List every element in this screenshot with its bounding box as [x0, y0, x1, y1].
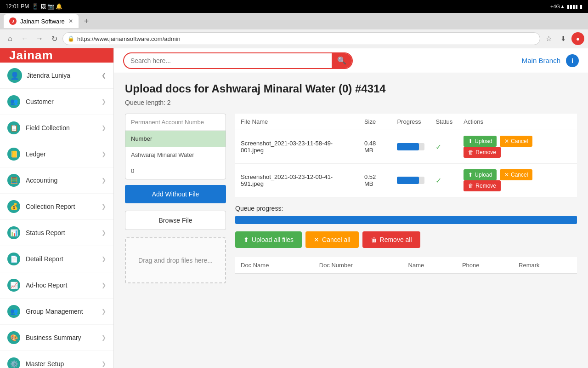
sidebar-item-field-collection[interactable]: 📋 Field Collection ❯	[0, 115, 113, 141]
time-display: 12:01 PM	[6, 3, 29, 10]
status-check-icon: ✓	[435, 143, 441, 151]
group-management-icon: 👥	[7, 305, 20, 318]
file-actions-cell: ⬆ Upload ✕ Cancel 🗑 Rem	[458, 130, 577, 164]
chevron-right-icon: ❯	[102, 334, 106, 341]
upload-all-button[interactable]: ⬆ Upload all files	[235, 231, 302, 248]
remove-button[interactable]: 🗑 Remove	[464, 147, 501, 158]
cancel-button[interactable]: ✕ Cancel	[500, 169, 532, 180]
page-title: Upload docs for Ashwaraj Minaral Water (…	[125, 82, 577, 95]
sidebar-item-master-setup[interactable]: ⚙️ Master Setup ❯	[0, 351, 113, 368]
file-size-cell: 0.48 MB	[359, 130, 392, 164]
docs-table: Doc Name Doc Number Name Phone Remark	[235, 257, 577, 274]
sidebar-item-business-summary[interactable]: 🎨 Business Summary ❯	[0, 325, 113, 351]
sidebar-item-adhoc-report[interactable]: 📈 Ad-hoc Report ❯	[0, 272, 113, 299]
user-name: Jitendra Luniya	[27, 72, 97, 79]
file-size-cell: 0.52 MB	[359, 164, 392, 197]
sidebar-item-label: Accounting	[26, 177, 96, 184]
sidebar-item-group-management[interactable]: 👥 Group Management ❯	[0, 299, 113, 325]
search-button[interactable]: 🔍	[332, 52, 352, 69]
col-size: Size	[359, 114, 392, 130]
chevron-right-icon: ❯	[102, 361, 106, 367]
sidebar-item-collection-report[interactable]: 💰 Collection Report ❯	[0, 194, 113, 220]
header-right: Main Branch i	[522, 54, 579, 67]
queue-length: Queue length: 2	[125, 99, 577, 106]
sidebar-item-accounting[interactable]: 🧮 Accounting ❯	[0, 167, 113, 194]
remove-all-button[interactable]: 🗑 Remove all	[362, 231, 420, 248]
dropdown-option-number[interactable]: Number	[125, 131, 226, 147]
new-tab-button[interactable]: +	[80, 14, 93, 28]
browser-nav: ⌂ ← → ↻ 🔒 https://www.jainamsoftware.com…	[0, 29, 588, 48]
sidebar-item-label: Business Summary	[26, 334, 96, 341]
files-table-body: Screenshot_2021-03-23-11-58-49-001.jpeg …	[235, 130, 577, 197]
dropdown-option-zero[interactable]: 0	[125, 163, 226, 179]
files-table: File Name Size Progress Status Actions S…	[235, 114, 577, 197]
cancel-button[interactable]: ✕ Cancel	[500, 136, 532, 147]
cancel-icon: ✕	[504, 172, 509, 178]
browse-file-button[interactable]: Browse File	[125, 211, 226, 230]
docs-table-header: Doc Name Doc Number Name Phone Remark	[235, 257, 577, 274]
drag-drop-text: Drag and drop files here...	[138, 257, 213, 264]
col-actions: Actions	[458, 114, 577, 130]
col-progress: Progress	[391, 114, 430, 130]
cancel-icon: ✕	[504, 138, 509, 144]
progress-bar-fill	[397, 143, 419, 150]
user-avatar: 👤	[7, 68, 22, 83]
tab-close-button[interactable]: ✕	[68, 18, 73, 24]
profile-button[interactable]: ●	[571, 32, 584, 45]
detail-report-icon: 📄	[7, 253, 20, 265]
branch-name[interactable]: Main Branch	[522, 57, 560, 64]
address-bar[interactable]: 🔒 https://www.jainamsoftware.com/admin	[62, 32, 540, 45]
queue-length-value: 2	[167, 99, 171, 106]
adhoc-report-icon: 📈	[7, 279, 20, 292]
chevron-right-icon: ❯	[102, 308, 106, 315]
field-collection-icon: 📋	[7, 121, 20, 134]
refresh-button[interactable]: ↻	[48, 32, 61, 45]
user-icon: 👤	[10, 71, 19, 80]
master-setup-icon: ⚙️	[7, 357, 20, 368]
chevron-right-icon: ❯	[102, 125, 106, 131]
upload-button[interactable]: ⬆ Upload	[464, 136, 497, 147]
col-doc-name: Doc Name	[235, 257, 314, 274]
drag-drop-area[interactable]: Drag and drop files here...	[125, 237, 226, 283]
chevron-right-icon: ❯	[102, 203, 106, 210]
browser-tab-active[interactable]: J Jainam Software ✕	[4, 14, 79, 28]
sidebar-item-ledger[interactable]: 📒 Ledger ❯	[0, 141, 113, 167]
download-button[interactable]: ⬇	[557, 32, 570, 45]
business-summary-icon: 🎨	[7, 331, 20, 344]
sidebar-user[interactable]: 👤 Jitendra Luniya ❮	[0, 63, 113, 89]
status-bar-right: +4G▲ ▮▮▮▮ ▮	[550, 4, 582, 10]
file-progress-cell	[391, 164, 430, 197]
forward-button[interactable]: →	[33, 32, 46, 45]
chevron-right-icon: ❯	[102, 282, 106, 288]
bookmark-button[interactable]: ☆	[542, 32, 555, 45]
main-content: 🔍 Main Branch i Upload docs for Ashwaraj…	[114, 48, 588, 368]
file-status-cell: ✓	[430, 130, 458, 164]
cancel-all-button[interactable]: ✕ Cancel all	[305, 231, 358, 248]
app-container: Jainam 👤 Jitendra Luniya ❮ 👥 Customer ❯ …	[0, 48, 588, 368]
remove-button[interactable]: 🗑 Remove	[464, 180, 501, 191]
chevron-right-icon: ❯	[102, 177, 106, 184]
status-bar-left: 12:01 PM 📱 🖼 📷 🔔	[6, 3, 62, 10]
status-report-icon: 📊	[7, 226, 20, 239]
info-button[interactable]: i	[566, 54, 579, 67]
chevron-right-icon: ❯	[102, 230, 106, 236]
sidebar-item-status-report[interactable]: 📊 Status Report ❯	[0, 220, 113, 246]
add-without-file-button[interactable]: Add Without File	[125, 185, 226, 203]
notification-icons: 📱 🖼 📷 🔔	[32, 3, 62, 10]
col-status: Status	[430, 114, 458, 130]
form-dropdown: Permanent Account Numbe Number Ashwaraj …	[125, 114, 226, 179]
dropdown-option-name[interactable]: Ashwaraj Minaral Water	[125, 147, 226, 163]
file-actions-cell: ⬆ Upload ✕ Cancel 🗑 Rem	[458, 164, 577, 197]
remove-icon: 🗑	[468, 149, 474, 155]
home-button[interactable]: ⌂	[4, 32, 17, 45]
sidebar-item-detail-report[interactable]: 📄 Detail Report ❯	[0, 246, 113, 272]
sidebar-item-customer[interactable]: 👥 Customer ❯	[0, 89, 113, 115]
sidebar-item-label: Ad-hoc Report	[26, 282, 96, 289]
upload-button[interactable]: ⬆ Upload	[464, 169, 497, 180]
search-input[interactable]	[124, 57, 332, 64]
back-button[interactable]: ←	[18, 32, 31, 45]
accounting-icon: 🧮	[7, 174, 20, 187]
file-progress-cell	[391, 130, 430, 164]
col-file-name: File Name	[235, 114, 359, 130]
search-bar[interactable]: 🔍	[123, 52, 353, 69]
